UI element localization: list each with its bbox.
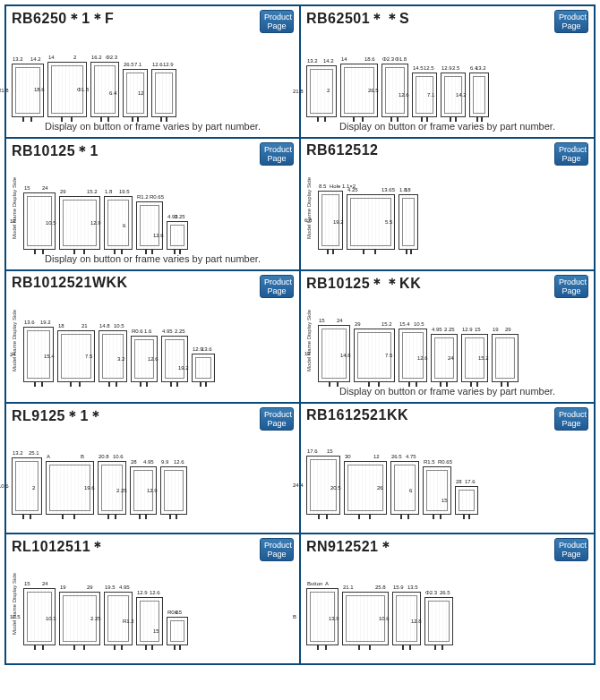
- drawing-area: 13.214.221.814218.616.2Φ2.3Φ1.826.57.16.…: [12, 35, 294, 117]
- dimension-label: A: [325, 581, 329, 586]
- dimension-label: 12.8: [411, 619, 422, 624]
- product-page-badge[interactable]: ProductPage: [260, 538, 294, 561]
- dimension-label: 14.8: [340, 353, 351, 358]
- product-cell: RL9125＊1＊ProductPage13.225.110.6AB220.81…: [5, 403, 300, 534]
- dimension-label: 6: [175, 610, 177, 615]
- dimension-label: 28: [456, 479, 462, 484]
- dimension-label: 19.2: [40, 320, 51, 325]
- dimension-label: 6.8: [304, 218, 312, 223]
- dimension-label: 9.9: [161, 459, 168, 465]
- part-number-title: RB1612521KK: [306, 407, 408, 423]
- product-page-badge[interactable]: ProductPage: [554, 538, 588, 561]
- dimension-label: 12.9: [90, 220, 101, 226]
- badge-line1: Product: [559, 277, 584, 286]
- badge-line2: Page: [559, 419, 584, 428]
- dimension-label: 26: [377, 485, 383, 491]
- part-number-title: RB612512: [306, 142, 379, 158]
- side-label: Model Name Display Side: [12, 573, 18, 635]
- dimension-label: 15: [24, 581, 30, 586]
- tech-drawing-view: 12.913.619.2: [192, 354, 215, 382]
- dimension-label: 5.5: [385, 219, 392, 225]
- badge-line1: Product: [264, 541, 289, 550]
- dimension-label: 2: [327, 88, 330, 93]
- dimension-label: R1.5: [424, 459, 435, 465]
- dimension-label: 19.5: [119, 189, 130, 194]
- dimension-label: 29: [355, 321, 361, 327]
- dimension-label: Button: [307, 581, 322, 586]
- dimension-label: 24: [448, 355, 454, 361]
- dimension-label: 26.5: [124, 62, 134, 67]
- product-page-badge[interactable]: ProductPage: [260, 142, 294, 166]
- dimension-label: 1.6: [144, 329, 151, 334]
- dimension-label: 7.1: [134, 62, 141, 67]
- part-number-title: RL9125＊1＊: [12, 407, 103, 426]
- dimension-label: Φ1.8: [77, 87, 89, 92]
- dimension-label: 13.2: [13, 56, 23, 62]
- dimension-label: 24.4: [293, 482, 304, 488]
- part-number-title: RL1012511＊: [12, 538, 106, 557]
- dimension-label: 13.2: [13, 450, 23, 456]
- dimension-label: 15: [441, 498, 448, 503]
- dimension-label: 18: [58, 323, 64, 329]
- dimension-label: R0.6: [132, 329, 143, 334]
- dimension-label: 14: [341, 56, 347, 62]
- tech-drawing-view: 4.952.2512.6: [167, 221, 188, 250]
- dimension-label: 12.9: [163, 62, 174, 67]
- dimension-label: 26.5: [440, 590, 450, 595]
- dimension-label: 15: [24, 185, 30, 191]
- dimension-label: 12.6: [152, 62, 163, 67]
- dimension-label: 24: [10, 352, 16, 357]
- dimension-label: 13.9: [329, 616, 339, 621]
- dimension-label: 2.25: [116, 488, 127, 493]
- dimension-label: B: [293, 614, 296, 619]
- part-number-title: RB6250＊1＊F: [12, 10, 114, 29]
- product-page-badge[interactable]: ProductPage: [260, 407, 294, 431]
- side-label: Model Name Display Side: [12, 310, 18, 371]
- dimension-label: 10.5: [414, 321, 424, 327]
- drawing-area: 13.214.221.81418.62Φ2.3Φ1.826.514.512.51…: [306, 35, 588, 117]
- product-page-badge[interactable]: ProductPage: [554, 407, 588, 431]
- dimension-label: 26.5: [391, 454, 402, 459]
- dimension-label: 4.95: [143, 459, 154, 465]
- dimension-label: 15: [319, 318, 325, 323]
- badge-line2: Page: [264, 419, 289, 428]
- product-cell: RB6250＊1＊FProductPage13.214.221.814218.6…: [5, 5, 300, 138]
- product-page-badge[interactable]: ProductPage: [260, 275, 294, 298]
- tech-drawing-view: 192915.2: [492, 334, 519, 382]
- dimension-label: 15.9: [393, 585, 404, 590]
- cell-header: RB1012521WKKProductPage: [12, 275, 294, 298]
- product-page-badge[interactable]: ProductPage: [554, 142, 588, 166]
- dimension-label: 12.9: [137, 590, 148, 595]
- dimension-label: 12.5: [424, 65, 434, 71]
- tech-drawing-view: 9.912.612.9: [160, 466, 187, 515]
- cell-header: RL9125＊1＊ProductPage: [12, 407, 294, 431]
- dimension-label: Φ2.3: [425, 590, 437, 595]
- tech-drawing-view: 12.612.912: [151, 69, 176, 117]
- badge-line2: Page: [264, 21, 289, 30]
- dimension-label: 15: [475, 327, 481, 332]
- product-page-badge[interactable]: ProductPage: [260, 10, 294, 33]
- dimension-label: 14.2: [323, 58, 334, 64]
- product-page-badge[interactable]: ProductPage: [554, 275, 588, 298]
- dimension-label: 2.25: [175, 329, 185, 334]
- dimension-label: 10.5: [10, 614, 21, 619]
- badge-line2: Page: [559, 550, 584, 559]
- dimension-label: 18.6: [34, 87, 45, 92]
- dimension-label: 6.4: [109, 90, 116, 96]
- dimension-label: 21.8: [293, 89, 304, 94]
- tech-drawing-view: R0.65615: [167, 617, 188, 645]
- product-cell: RB1012521WKKProductPageModel Name Displa…: [5, 270, 300, 403]
- dimension-label: 12.9: [147, 488, 158, 493]
- dimension-label: R0.65: [150, 194, 164, 200]
- side-label: Model Name Display Side: [12, 177, 18, 239]
- dimension-label: 19.5: [105, 585, 116, 590]
- tech-drawing-view: 13.225.110.6: [12, 457, 42, 515]
- part-number-title: RN912521＊: [306, 538, 393, 557]
- dimension-label: 21.8: [0, 88, 9, 93]
- product-cell: RB10125＊＊KKProductPageModel Name Display…: [300, 270, 595, 403]
- product-page-badge[interactable]: ProductPage: [554, 10, 588, 33]
- badge-line2: Page: [559, 21, 584, 30]
- dimension-label: 10.6: [379, 616, 390, 621]
- badge-line1: Product: [559, 145, 584, 154]
- drawing-area: Model Name Display Side8.5Hole 1.1×26.84…: [306, 167, 588, 250]
